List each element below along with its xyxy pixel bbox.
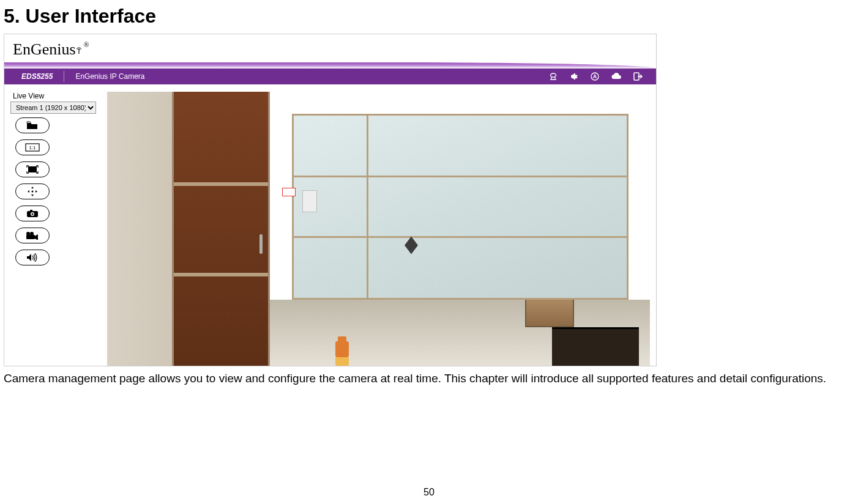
header-bar: EDS5255 EnGenius IP Camera — [4, 62, 656, 84]
live-view-label: Live View — [10, 92, 102, 102]
live-view-icon[interactable] — [548, 72, 558, 81]
brand-logo: EnGenius ® — [4, 34, 656, 62]
logout-icon[interactable] — [633, 72, 643, 81]
video-feed[interactable] — [107, 92, 650, 366]
gear-icon[interactable] — [569, 72, 579, 81]
svg-point-9 — [32, 213, 34, 215]
left-toolbar: Live View Stream 1 (1920 x 1080) 1:1 — [10, 92, 102, 265]
page-number: 50 — [0, 487, 858, 498]
record-button[interactable] — [15, 228, 50, 243]
camera-scene — [107, 92, 650, 366]
svg-point-0 — [551, 73, 556, 77]
antenna-icon — [75, 40, 83, 59]
original-size-button[interactable]: 1:1 — [15, 139, 50, 155]
svg-rect-13 — [26, 235, 35, 239]
fullscreen-button[interactable] — [15, 161, 50, 177]
header-title: EnGenius IP Camera — [75, 72, 144, 81]
device-model: EDS5255 — [4, 72, 64, 81]
open-folder-button[interactable] — [15, 117, 50, 133]
svg-point-6 — [32, 191, 34, 193]
audio-button[interactable] — [15, 250, 50, 265]
cloud-icon[interactable] — [611, 72, 622, 81]
stream-select[interactable]: Stream 1 (1920 x 1080) — [10, 102, 96, 114]
ptz-button[interactable] — [15, 183, 50, 199]
svg-rect-10 — [30, 210, 32, 212]
auto-mode-icon[interactable] — [590, 72, 600, 81]
svg-rect-5 — [28, 166, 37, 172]
header-swoosh — [4, 62, 656, 69]
app-screenshot: EnGenius ® EDS5255 EnGenius IP Camera — [4, 34, 657, 366]
registered-mark: ® — [84, 40, 89, 50]
header-divider — [64, 71, 64, 82]
svg-text:1:1: 1:1 — [29, 145, 36, 150]
section-body-text: Camera management page allows you to vie… — [0, 366, 858, 388]
snapshot-button[interactable] — [15, 206, 50, 221]
section-heading: 5. User Interface — [0, 0, 858, 34]
content-area: Live View Stream 1 (1920 x 1080) 1:1 — [4, 84, 656, 366]
brand-name: EnGenius — [13, 40, 76, 59]
